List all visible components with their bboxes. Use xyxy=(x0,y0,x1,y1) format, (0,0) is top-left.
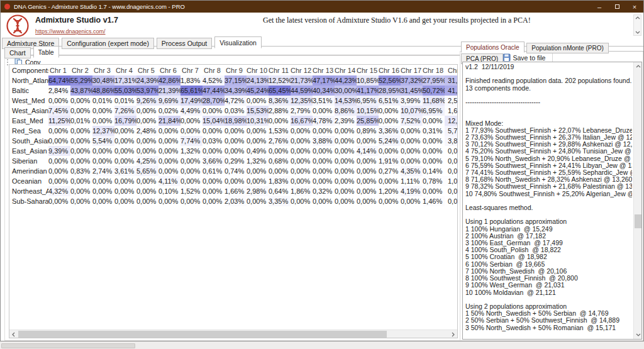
table-cell[interactable]: 10,31% xyxy=(247,116,269,126)
table-cell[interactable]: 9,26% xyxy=(136,96,158,106)
table-cell[interactable]: 2,76% xyxy=(269,136,291,146)
column-header[interactable]: Chr 2 xyxy=(70,65,92,75)
table-cell[interactable]: 0,00% xyxy=(379,116,401,126)
table-row[interactable]: Amerindian0,00%0,83%2,74%3,61%5,65%0,00%… xyxy=(9,166,458,176)
table-cell[interactable]: 3,61% xyxy=(114,166,136,176)
table-cell[interactable]: 0,00% xyxy=(313,176,335,186)
table-cell[interactable]: 0,74% xyxy=(225,166,247,176)
table-cell[interactable]: 0,00% xyxy=(48,96,70,106)
table-cell[interactable]: 0,00% xyxy=(225,126,247,136)
table-cell[interactable]: 0,00% xyxy=(247,126,269,136)
column-header[interactable]: Chr 3 xyxy=(92,65,114,75)
table-cell[interactable]: 16,79% xyxy=(114,116,136,126)
table-cell[interactable]: 43,87% xyxy=(70,86,92,96)
table-cell[interactable]: 18,98% xyxy=(225,116,247,126)
table-cell[interactable]: 0,00% xyxy=(92,156,114,166)
table-cell[interactable]: 0,00% xyxy=(357,166,379,176)
table-cell[interactable]: 4,25% xyxy=(136,156,158,166)
table-cell[interactable]: 0,0 xyxy=(445,156,458,166)
table-cell[interactable]: 1,0 xyxy=(445,176,458,186)
table-cell[interactable]: 0,00% xyxy=(180,116,203,126)
table-cell[interactable]: 64,74% xyxy=(48,75,70,86)
table-cell[interactable]: 0,00% xyxy=(92,116,114,126)
table-row[interactable]: East_Med11,25%0,01%0,00%16,79%0,00%21,84… xyxy=(9,116,458,126)
table-cell[interactable]: 1,86% xyxy=(291,186,313,196)
table-cell[interactable]: 0,00% xyxy=(401,126,423,136)
table-cell[interactable]: 0,00% xyxy=(203,106,225,116)
column-header[interactable]: Chr 18 xyxy=(423,65,445,75)
column-header[interactable]: Chr 11 xyxy=(269,65,291,75)
table-cell[interactable]: 0,00% xyxy=(70,186,92,196)
table-cell[interactable]: 0,01% xyxy=(114,96,136,106)
column-header[interactable]: Chr 17 xyxy=(401,65,423,75)
table-cell[interactable]: 1,32% xyxy=(247,156,269,166)
column-header[interactable]: Chr xyxy=(445,65,458,75)
table-cell[interactable]: 45,24% xyxy=(247,86,269,96)
table-cell[interactable]: 0,00% xyxy=(92,146,114,156)
table-cell[interactable]: 0,00% xyxy=(313,146,335,156)
table-cell[interactable]: 0,00% xyxy=(225,136,247,146)
oracle-output[interactable]: v1.2 12/11/2019 Finished reading populat… xyxy=(465,64,632,339)
table-cell[interactable]: 0,00% xyxy=(114,126,136,136)
table-cell[interactable]: 0,00% xyxy=(48,156,70,166)
table-cell[interactable]: 25,85% xyxy=(357,116,379,126)
table-cell[interactable]: 44,59% xyxy=(291,86,313,96)
table-cell[interactable]: 0,00% xyxy=(203,176,225,186)
table-cell[interactable]: 0,00% xyxy=(158,146,180,156)
scroll-right-icon[interactable] xyxy=(449,330,457,338)
table-cell[interactable]: 0,00% xyxy=(357,156,379,166)
table-cell[interactable]: 55,29% xyxy=(70,75,92,86)
table-cell[interactable]: 12,52% xyxy=(269,75,291,86)
column-header[interactable]: Chr 7 xyxy=(180,65,203,75)
table-cell[interactable]: 0,0 xyxy=(445,186,458,196)
scroll-up-icon[interactable] xyxy=(634,62,642,70)
table-cell[interactable]: 65,61% xyxy=(180,86,203,96)
table-cell[interactable]: 4,72% xyxy=(225,96,247,106)
column-header[interactable]: Chr 8 xyxy=(203,65,225,75)
table-cell[interactable]: 12,0 xyxy=(445,116,458,126)
table-cell[interactable]: 4,52% xyxy=(203,75,225,86)
table-cell[interactable]: 0,00% xyxy=(313,126,335,136)
table-cell[interactable]: 0,10% xyxy=(158,186,180,196)
table-cell[interactable]: 6,51% xyxy=(379,96,401,106)
table-cell[interactable]: 12,37% xyxy=(92,126,114,136)
table-cell[interactable]: 0,00% xyxy=(423,146,445,156)
table-cell[interactable]: 0,00% xyxy=(379,176,401,186)
table-cell[interactable]: 0,00% xyxy=(114,186,136,196)
table-cell[interactable]: 0,00% xyxy=(158,156,180,166)
table-cell[interactable]: 0,00% xyxy=(423,136,445,146)
table-cell[interactable]: 0,00% xyxy=(423,156,445,166)
table-cell[interactable]: 0,00% xyxy=(92,196,114,206)
table-cell[interactable]: 8,86% xyxy=(335,106,357,116)
column-header[interactable]: Chr 9 xyxy=(225,65,247,75)
table-cell[interactable]: 0,00% xyxy=(92,186,114,196)
table-cell[interactable]: 0,00% xyxy=(335,146,357,156)
table-cell[interactable]: 0,00% xyxy=(357,196,379,206)
table-cell[interactable]: 0,78% xyxy=(423,176,445,186)
table-cell[interactable]: 0,00% xyxy=(313,156,335,166)
table-cell[interactable]: 1,20% xyxy=(379,186,401,196)
table-cell[interactable]: 21,39% xyxy=(158,86,180,96)
scrollbar-thumb[interactable] xyxy=(18,331,387,338)
table-cell[interactable]: 1,83% xyxy=(180,75,203,86)
table-cell[interactable]: 4,35% xyxy=(401,166,423,176)
table-cell[interactable]: 27,95% xyxy=(423,75,445,86)
table-cell[interactable]: 0,00% xyxy=(203,186,225,196)
table-cell[interactable]: 2,79% xyxy=(291,106,313,116)
table-cell[interactable]: 3,36% xyxy=(379,126,401,136)
scroll-left-icon[interactable] xyxy=(9,330,18,338)
table-cell[interactable]: 4,49% xyxy=(180,106,203,116)
table-cell[interactable]: 0,00% xyxy=(313,196,335,206)
table-cell[interactable]: 41,8 xyxy=(445,86,458,96)
table-cell[interactable]: 0,00% xyxy=(180,176,203,186)
table-cell[interactable]: 2,74% xyxy=(92,166,114,176)
table-cell[interactable]: 47,44% xyxy=(203,86,225,96)
table-cell[interactable]: 0,00% xyxy=(247,196,269,206)
table-cell[interactable]: 0,00% xyxy=(357,176,379,186)
table-row[interactable]: West_Med0,00%0,00%0,01%0,01%9,26%9,69%17… xyxy=(9,96,458,106)
table-cell[interactable]: 0,00% xyxy=(114,146,136,156)
table-cell[interactable]: 1,32% xyxy=(180,146,203,156)
table-cell[interactable]: 4,19% xyxy=(401,186,423,196)
table-cell[interactable]: 3,88% xyxy=(313,136,335,146)
table-cell[interactable]: 0,00% xyxy=(313,106,335,116)
